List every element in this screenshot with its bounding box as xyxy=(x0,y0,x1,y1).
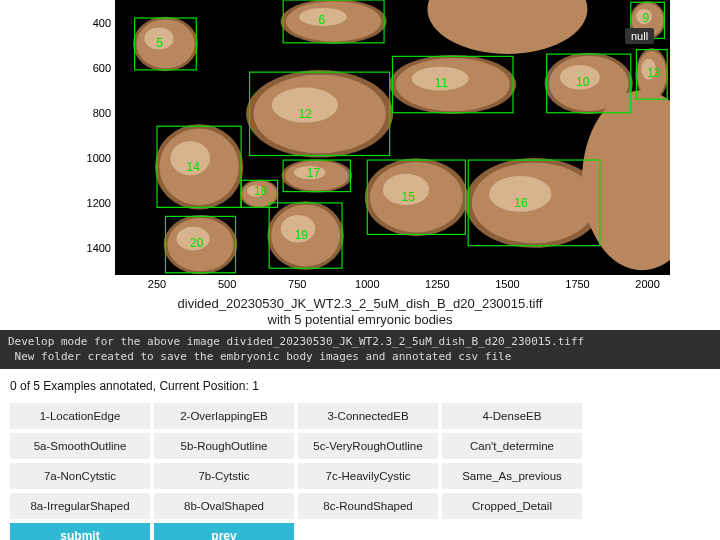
svg-rect-52 xyxy=(393,56,514,112)
svg-text:13: 13 xyxy=(647,66,661,80)
cat-rough-outline[interactable]: 5b-RoughOutline xyxy=(154,433,294,459)
svg-text:9: 9 xyxy=(643,11,650,25)
cat-very-rough-outline[interactable]: 5c-VeryRoughOutline xyxy=(298,433,438,459)
cat-cystic[interactable]: 7b-Cytstic xyxy=(154,463,294,489)
cat-overlapping-eb[interactable]: 2-OverlappingEB xyxy=(154,403,294,429)
svg-text:5: 5 xyxy=(156,36,163,50)
log-line: New folder created to save the embryonic… xyxy=(8,350,511,363)
annotation-panel: 0 of 5 Examples annotated, Current Posit… xyxy=(0,369,720,540)
cat-cant-determine[interactable]: Can't_determine xyxy=(442,433,582,459)
svg-rect-60 xyxy=(367,160,465,234)
svg-text:11: 11 xyxy=(435,76,449,90)
svg-text:10: 10 xyxy=(576,75,590,89)
x-axis-ticks: 25050075010001250150017502000 xyxy=(115,278,670,294)
cat-round-shaped[interactable]: 8c-RoundShaped xyxy=(298,493,438,519)
cat-oval-shaped[interactable]: 8b-OvalShaped xyxy=(154,493,294,519)
y-axis-ticks: 400600800100012001400 xyxy=(77,0,111,275)
plot-title: divided_20230530_JK_WT2.3_2_5uM_dish_B_d… xyxy=(0,296,720,329)
svg-text:12: 12 xyxy=(299,107,313,121)
cat-smooth-outline[interactable]: 5a-SmoothOutline xyxy=(10,433,150,459)
category-row: 8a-IrregularShaped 8b-OvalShaped 8c-Roun… xyxy=(10,493,710,519)
log-line: Develop mode for the above image divided… xyxy=(8,335,584,348)
svg-text:15: 15 xyxy=(402,190,416,204)
svg-rect-62 xyxy=(468,160,600,246)
category-row: 7a-NonCytstic 7b-Cytstic 7c-HeavilyCysti… xyxy=(10,463,710,489)
svg-text:16: 16 xyxy=(514,196,528,210)
cat-irregular-shaped[interactable]: 8a-IrregularShaped xyxy=(10,493,150,519)
cat-heavily-cystic[interactable]: 7c-HeavilyCystic xyxy=(298,463,438,489)
category-row: 1-LocationEdge 2-OverlappingEB 3-Connect… xyxy=(10,403,710,429)
svg-text:18: 18 xyxy=(254,184,268,198)
cat-location-edge[interactable]: 1-LocationEdge xyxy=(10,403,150,429)
plot-frame[interactable]: 5691011121314151617181920 null xyxy=(115,0,670,275)
cat-non-cystic[interactable]: 7a-NonCytstic xyxy=(10,463,150,489)
svg-text:17: 17 xyxy=(307,166,321,180)
cat-cropped-detail[interactable]: Cropped_Detail xyxy=(442,493,582,519)
log-output: Develop mode for the above image divided… xyxy=(0,330,720,369)
svg-rect-44 xyxy=(135,18,197,70)
plot-title-text: divided_20230530_JK_WT2.3_2_5uM_dish_B_d… xyxy=(178,296,543,327)
hover-tooltip: null xyxy=(625,28,654,44)
cat-dense-eb[interactable]: 4-DenseEB xyxy=(442,403,582,429)
image-plot: 400600800100012001400 569101112131415161… xyxy=(0,0,720,330)
svg-text:14: 14 xyxy=(186,160,200,174)
svg-text:6: 6 xyxy=(319,13,326,27)
bbox-overlay: 5691011121314151617181920 xyxy=(115,0,670,275)
submit-button[interactable]: submit xyxy=(10,523,150,540)
action-row: submit prev xyxy=(10,523,710,540)
svg-rect-54 xyxy=(250,72,390,155)
svg-text:20: 20 xyxy=(190,236,204,250)
cat-connected-eb[interactable]: 3-ConnectedEB xyxy=(298,403,438,429)
svg-text:19: 19 xyxy=(295,228,309,242)
cat-same-as-previous[interactable]: Same_As_previous xyxy=(442,463,582,489)
category-row: 5a-SmoothOutline 5b-RoughOutline 5c-Very… xyxy=(10,433,710,459)
svg-rect-46 xyxy=(283,0,384,43)
annotation-status: 0 of 5 Examples annotated, Current Posit… xyxy=(10,379,710,393)
prev-button[interactable]: prev xyxy=(154,523,294,540)
